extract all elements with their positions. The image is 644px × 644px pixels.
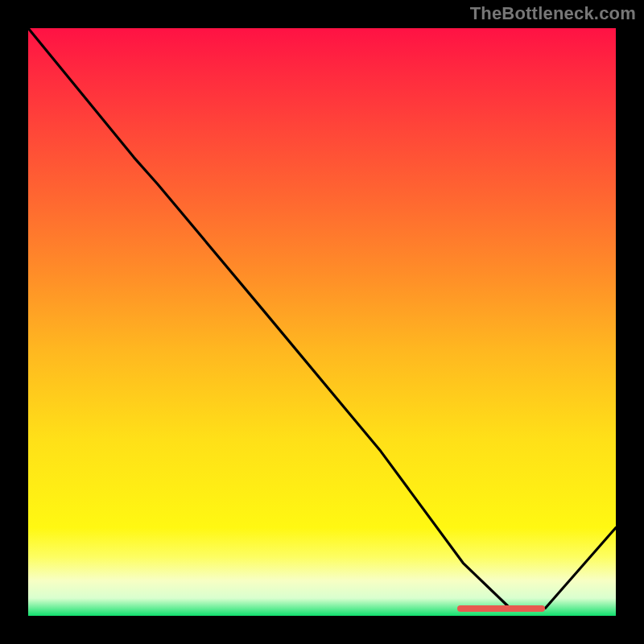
curve-layer bbox=[28, 28, 616, 616]
chart-root: TheBottleneck.com bbox=[0, 0, 644, 644]
plot-area bbox=[28, 28, 616, 616]
optimal-range-marker bbox=[457, 605, 546, 612]
bottleneck-curve bbox=[28, 28, 616, 609]
watermark-text: TheBottleneck.com bbox=[470, 3, 636, 24]
